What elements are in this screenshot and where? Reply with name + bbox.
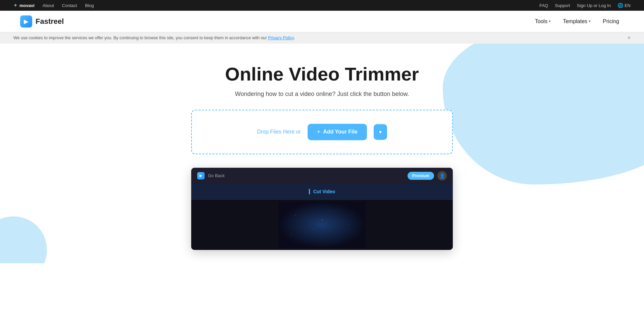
pricing-label: Pricing bbox=[603, 18, 619, 24]
add-file-button[interactable]: + Add Your File bbox=[308, 124, 367, 140]
drop-files-text: Drop Files Here or bbox=[257, 129, 301, 135]
user-icon: 👤 bbox=[439, 173, 445, 178]
top-nav-faq[interactable]: FAQ bbox=[539, 3, 548, 8]
globe-icon: 🌐 bbox=[618, 3, 623, 8]
brand-name: Fastreel bbox=[36, 17, 64, 26]
hero-section: Online Video Trimmer Wondering how to cu… bbox=[0, 44, 644, 263]
top-nav-support[interactable]: Support bbox=[555, 3, 570, 8]
top-bar: ✦ movavi About Contact Blog FAQ Support … bbox=[0, 0, 644, 11]
user-avatar-icon[interactable]: 👤 bbox=[437, 171, 447, 180]
language-selector[interactable]: 🌐 EN bbox=[618, 3, 631, 8]
premium-button[interactable]: Premium bbox=[408, 172, 434, 180]
hero-title: Online Video Trimmer bbox=[191, 64, 453, 85]
top-nav-blog[interactable]: Blog bbox=[85, 3, 94, 8]
top-nav-about[interactable]: About bbox=[43, 3, 54, 8]
movavi-star-icon: ✦ bbox=[13, 3, 17, 8]
templates-chevron-icon: ▾ bbox=[589, 19, 591, 23]
cookie-close-button[interactable]: × bbox=[628, 35, 631, 41]
cut-video-label: Cut Video bbox=[309, 189, 335, 194]
blob-bottom-left bbox=[0, 216, 47, 263]
hero-subtitle: Wondering how to cut a video online? Jus… bbox=[191, 91, 453, 98]
add-file-label: Add Your File bbox=[323, 129, 358, 135]
brand-logo[interactable]: ▶ Fastreel bbox=[20, 15, 64, 28]
cookie-text: We use cookies to improve the services w… bbox=[13, 36, 295, 40]
top-nav-signup[interactable]: Sign Up or Log In bbox=[577, 3, 611, 8]
app-preview: ▶ Go Back Premium 👤 Cut Video bbox=[191, 168, 453, 250]
hero-content: Online Video Trimmer Wondering how to cu… bbox=[191, 64, 453, 250]
top-bar-left: ✦ movavi About Contact Blog bbox=[13, 3, 94, 8]
privacy-policy-link[interactable]: Privacy Policy bbox=[268, 36, 294, 40]
top-bar-right: FAQ Support Sign Up or Log In 🌐 EN bbox=[539, 3, 631, 8]
tools-chevron-icon: ▾ bbox=[549, 19, 551, 23]
star-field bbox=[278, 201, 366, 248]
upload-dropzone[interactable]: Drop Files Here or + Add Your File ▾ bbox=[191, 110, 453, 154]
main-nav-links: Tools ▾ Templates ▾ Pricing bbox=[530, 16, 624, 27]
main-nav: ▶ Fastreel Tools ▾ Templates ▾ Pricing bbox=[0, 11, 644, 32]
app-header-left: ▶ Go Back bbox=[197, 172, 225, 179]
app-header-right: Premium 👤 bbox=[408, 171, 447, 180]
lang-label: EN bbox=[625, 3, 631, 8]
blob-top-right bbox=[443, 44, 644, 185]
go-back-link[interactable]: Go Back bbox=[208, 173, 225, 178]
nav-pricing[interactable]: Pricing bbox=[598, 16, 624, 27]
cookie-banner: We use cookies to improve the services w… bbox=[0, 32, 644, 44]
app-logo-icon: ▶ bbox=[197, 172, 205, 179]
app-sidebar: Cut Video bbox=[191, 184, 453, 200]
add-file-dropdown-button[interactable]: ▾ bbox=[374, 124, 387, 140]
movavi-brand-name: movavi bbox=[19, 3, 35, 8]
plus-icon: + bbox=[317, 128, 321, 136]
video-thumbnail bbox=[278, 201, 366, 248]
brand-icon: ▶ bbox=[20, 15, 32, 28]
movavi-logo: ✦ movavi bbox=[13, 3, 35, 8]
nav-tools[interactable]: Tools ▾ bbox=[530, 16, 555, 27]
tools-label: Tools bbox=[535, 18, 547, 24]
templates-label: Templates bbox=[563, 18, 587, 24]
app-preview-header: ▶ Go Back Premium 👤 bbox=[191, 168, 453, 184]
nav-templates[interactable]: Templates ▾ bbox=[558, 16, 595, 27]
top-nav-contact[interactable]: Contact bbox=[62, 3, 77, 8]
chevron-down-icon: ▾ bbox=[379, 129, 382, 135]
app-video-area bbox=[191, 200, 453, 250]
